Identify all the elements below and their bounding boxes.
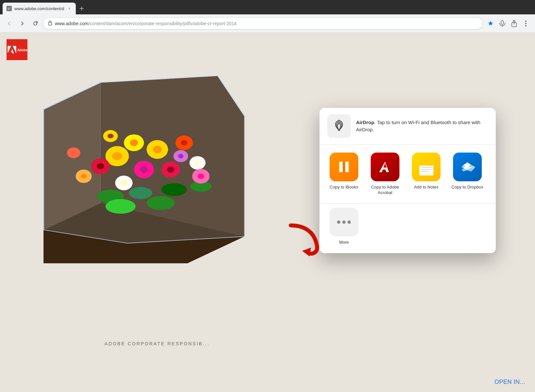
svg-point-26 <box>167 167 174 172</box>
page-bottom-text: ADOBE CORPORATE RESPONSIB... <box>105 341 210 346</box>
tab-title: www.adobe.com/content/d <box>14 6 64 11</box>
ibooks-icon <box>330 153 358 181</box>
svg-rect-2 <box>49 23 52 25</box>
svg-rect-56 <box>349 162 350 172</box>
airdrop-icon <box>327 114 351 138</box>
adobe-logo: Adobe <box>7 39 27 60</box>
apps-row: Copy to iBooks Copy to Adobe Acrobat <box>319 145 496 204</box>
bookmark-icon[interactable] <box>485 18 496 29</box>
svg-marker-12 <box>43 76 244 243</box>
main-content: Adobe <box>0 33 535 392</box>
dot-3 <box>348 220 351 224</box>
more-label: More <box>339 240 349 245</box>
open-in-container: OPEN IN... <box>494 379 525 385</box>
svg-point-18 <box>153 146 162 153</box>
more-row: More <box>319 204 496 253</box>
svg-point-33 <box>161 183 187 196</box>
dropbox-icon <box>453 153 482 181</box>
active-tab[interactable]: d www.adobe.com/content/d × <box>3 3 76 14</box>
acrobat-icon <box>371 153 399 181</box>
svg-point-30 <box>195 160 201 165</box>
svg-point-45 <box>107 134 113 138</box>
svg-point-20 <box>97 163 104 169</box>
more-item[interactable]: More <box>326 208 362 245</box>
browser-chrome: d www.adobe.com/content/d × www.adobe.co… <box>0 0 535 33</box>
svg-text:d: d <box>8 7 9 10</box>
dot-2 <box>342 220 346 224</box>
notes-label: Add to Notes <box>414 185 438 190</box>
airdrop-title: AirDrop <box>356 120 374 125</box>
dot-1 <box>337 220 340 224</box>
svg-point-8 <box>525 25 527 26</box>
svg-point-43 <box>67 147 80 158</box>
airdrop-description: . Tap to turn on Wi-Fi and Bluetooth to … <box>356 120 480 133</box>
tab-favicon: d <box>7 6 12 11</box>
url-domain: www.adobe.com <box>55 21 89 26</box>
svg-point-32 <box>129 187 153 199</box>
share-icon[interactable] <box>509 18 519 29</box>
toolbar-icons <box>485 18 531 29</box>
svg-rect-59 <box>419 161 433 166</box>
dropbox-label: Copy to Dropbox <box>451 185 483 190</box>
airdrop-text: AirDrop. Tap to turn on Wi-Fi and Blueto… <box>356 119 488 134</box>
acrobat-label: Copy to Adobe Acrobat <box>367 185 403 196</box>
address-bar[interactable]: www.adobe.com/content/dam/acom/en/corpor… <box>43 18 483 29</box>
back-button[interactable] <box>4 18 14 29</box>
svg-point-42 <box>178 154 183 158</box>
refresh-button[interactable] <box>30 18 41 29</box>
url-text: www.adobe.com/content/dam/acom/en/corpor… <box>55 21 478 26</box>
svg-point-24 <box>181 140 188 145</box>
more-dots <box>337 220 351 224</box>
airdrop-section: AirDrop. Tap to turn on Wi-Fi and Blueto… <box>319 108 496 144</box>
svg-point-36 <box>147 196 175 210</box>
tab-bar: d www.adobe.com/content/d × <box>0 0 535 14</box>
app-item-acrobat[interactable]: Copy to Adobe Acrobat <box>367 153 403 196</box>
svg-rect-3 <box>501 21 504 24</box>
toolbar: www.adobe.com/content/dam/acom/en/corpor… <box>0 14 535 33</box>
lock-icon <box>48 20 52 26</box>
new-tab-button[interactable] <box>77 4 86 13</box>
more-menu-icon[interactable] <box>521 18 531 29</box>
svg-point-16 <box>130 139 138 146</box>
svg-rect-57 <box>343 162 345 172</box>
app-item-dropbox[interactable]: Copy to Dropbox <box>449 153 485 196</box>
share-sheet: AirDrop. Tap to turn on Wi-Fi and Blueto… <box>319 108 496 253</box>
svg-point-35 <box>105 199 136 214</box>
svg-point-6 <box>525 21 527 22</box>
forward-button[interactable] <box>17 18 27 29</box>
svg-point-28 <box>121 180 127 186</box>
svg-point-22 <box>140 166 148 173</box>
ibooks-label: Copy to iBooks <box>330 185 358 190</box>
notes-icon <box>412 153 441 181</box>
red-arrow <box>281 222 323 259</box>
open-in-button[interactable]: OPEN IN... <box>494 379 525 385</box>
svg-point-38 <box>198 173 204 179</box>
url-path: /content/dam/acom/en/corporate-responsib… <box>89 21 237 26</box>
app-item-notes[interactable]: Add to Notes <box>408 153 444 196</box>
svg-point-7 <box>525 23 527 24</box>
tab-close-button[interactable]: × <box>67 6 72 11</box>
flower-box-illustration <box>16 49 251 317</box>
svg-point-52 <box>338 129 340 131</box>
microphone-icon[interactable] <box>497 18 508 29</box>
svg-point-40 <box>81 174 87 178</box>
svg-point-14 <box>112 152 122 160</box>
svg-rect-54 <box>338 162 339 172</box>
app-item-ibooks[interactable]: Copy to iBooks <box>326 153 362 196</box>
more-icon <box>330 208 358 237</box>
